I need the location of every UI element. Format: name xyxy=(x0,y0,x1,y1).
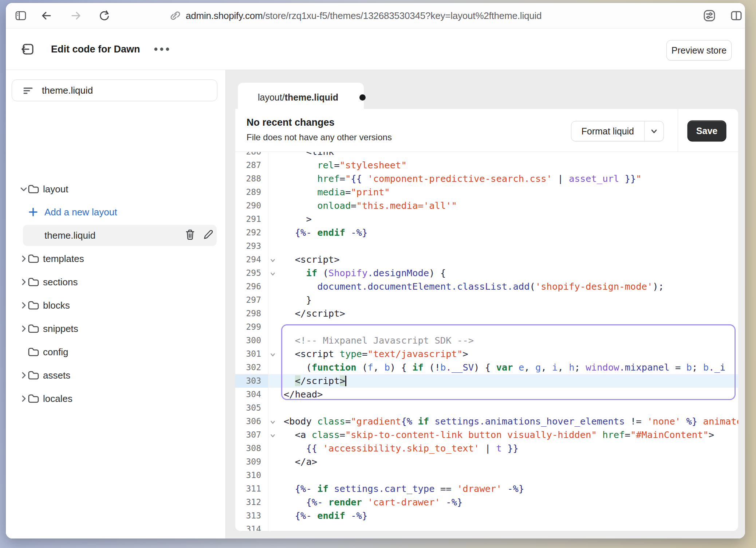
forward-icon[interactable] xyxy=(69,9,82,22)
code-line[interactable]: 304</head> xyxy=(235,388,738,401)
code-line[interactable]: 314 xyxy=(235,522,738,531)
code-line[interactable]: 312 {%- render 'cart-drawer' -%} xyxy=(235,496,738,509)
fold-chevron-icon[interactable] xyxy=(269,419,276,426)
code-line[interactable]: 306<body class="gradient{% if settings.a… xyxy=(235,415,738,428)
split-view-icon[interactable] xyxy=(729,8,744,23)
line-number-gutter: 286 xyxy=(235,152,268,158)
code-line-text: rel="stylesheet" xyxy=(284,158,407,172)
sidebar-item-config[interactable]: config xyxy=(6,340,226,364)
line-number: 292 xyxy=(246,226,261,239)
status-title: No recent changes xyxy=(247,117,335,128)
code-line[interactable]: 305 xyxy=(235,401,738,415)
sidebar-item-sections[interactable]: sections xyxy=(6,270,226,294)
sidebar-item-locales[interactable]: locales xyxy=(6,387,226,410)
line-number-gutter: 305 xyxy=(235,401,268,415)
content-area: theme.liquid layoutAdd a new layouttheme… xyxy=(6,70,745,539)
code-line[interactable]: 302 (function (f, b) { if (!b.__SV) { va… xyxy=(235,361,738,374)
sidebar-toggle-icon[interactable] xyxy=(14,9,27,22)
fold-chevron-icon[interactable] xyxy=(269,432,276,439)
code-line[interactable]: 288 href="{{ 'component-predictive-searc… xyxy=(235,172,738,185)
format-liquid-button[interactable]: Format liquid xyxy=(571,121,664,141)
save-button[interactable]: Save xyxy=(688,121,726,141)
line-number: 312 xyxy=(246,496,261,509)
fold-chevron-icon[interactable] xyxy=(269,270,276,278)
code-line[interactable]: 296 document.documentElement.classList.a… xyxy=(235,280,738,293)
line-number-gutter: 296 xyxy=(235,280,268,293)
code-line[interactable]: 301 <script type="text/javascript"> xyxy=(235,347,738,361)
line-number-gutter: 299 xyxy=(235,320,268,334)
folder-icon xyxy=(27,369,40,381)
more-actions-icon[interactable] xyxy=(153,46,170,52)
code-line[interactable]: 290 onload="this.media='all'" xyxy=(235,199,738,212)
code-line-text: </head> xyxy=(284,388,323,401)
tab-theme-liquid[interactable]: layout/theme.liquid xyxy=(238,83,364,111)
code-line[interactable]: 293 xyxy=(235,239,738,253)
code-line[interactable]: 297 } xyxy=(235,293,738,307)
delete-file-icon[interactable] xyxy=(184,228,196,242)
url-bar[interactable]: admin.shopify.com/store/rzq1xu-f5/themes… xyxy=(186,3,542,28)
code-line-text: {%- endif -%} xyxy=(284,509,367,522)
sidebar-item-layout[interactable]: layout xyxy=(6,177,226,201)
sidebar-item-theme-liquid[interactable]: theme.liquid xyxy=(6,224,226,247)
code-line[interactable]: 313 {%- endif -%} xyxy=(235,509,738,522)
rename-file-icon[interactable] xyxy=(202,228,214,242)
back-icon[interactable] xyxy=(40,9,53,22)
editor-card: No recent changes File does not have any… xyxy=(235,109,738,531)
chevron-down-icon[interactable] xyxy=(645,121,664,141)
code-line[interactable]: 295 if (Shopify.designMode) { xyxy=(235,266,738,280)
sidebar-item-templates[interactable]: templates xyxy=(6,247,226,270)
code-line-text: {%- if settings.cart_type == 'drawer' -%… xyxy=(284,482,524,496)
line-number-gutter: 304 xyxy=(235,388,268,401)
fold-chevron-icon[interactable] xyxy=(269,351,276,359)
line-number-gutter: 294 xyxy=(235,253,268,266)
code-editor[interactable]: 286 <link287 rel="stylesheet"288 href="{… xyxy=(235,152,738,531)
code-line[interactable]: 286 <link xyxy=(235,152,738,158)
code-line[interactable]: 287 rel="stylesheet" xyxy=(235,158,738,172)
sidebar-item-label: templates xyxy=(43,253,84,265)
code-line-text: <link xyxy=(284,152,334,158)
line-number: 295 xyxy=(246,266,261,280)
code-line[interactable]: 310 xyxy=(235,469,738,482)
preview-store-button[interactable]: Preview store xyxy=(666,40,732,60)
code-line[interactable]: 309 </a> xyxy=(235,455,738,469)
reload-icon[interactable] xyxy=(98,9,111,22)
code-line[interactable]: 300 <!-- Mixpanel Javascript SDK --> xyxy=(235,334,738,347)
line-number-gutter: 298 xyxy=(235,307,268,320)
code-line[interactable]: 307 <a class="skip-to-content-link butto… xyxy=(235,428,738,442)
fold-chevron-icon[interactable] xyxy=(269,257,276,264)
folder-icon xyxy=(27,323,40,334)
link-icon xyxy=(169,9,181,22)
editor-card-header: No recent changes File does not have any… xyxy=(235,109,738,152)
code-line[interactable]: 308 {{ 'accessibility.skip_to_text' | t … xyxy=(235,442,738,455)
line-number: 287 xyxy=(246,158,261,172)
line-number-gutter: 295 xyxy=(235,266,268,280)
code-line[interactable]: 289 media="print" xyxy=(235,185,738,199)
sidebar-item-add-a-new-layout[interactable]: Add a new layout xyxy=(6,200,226,224)
line-number-gutter: 314 xyxy=(235,522,268,531)
code-line-text: </script> xyxy=(284,374,346,388)
sidebar-item-snippets[interactable]: snippets xyxy=(6,317,226,340)
line-number: 311 xyxy=(246,482,261,496)
code-line[interactable]: 299 xyxy=(235,320,738,334)
folder-icon xyxy=(27,183,40,195)
sidebar-item-label: assets xyxy=(43,370,70,381)
line-number-gutter: 293 xyxy=(235,239,268,253)
code-line[interactable]: 292 {%- endif -%} xyxy=(235,226,738,239)
line-number-gutter: 292 xyxy=(235,226,268,239)
code-line[interactable]: 294 <script> xyxy=(235,253,738,266)
browser-settings-icon[interactable] xyxy=(702,8,717,23)
desktop-background: admin.shopify.com/store/rzq1xu-f5/themes… xyxy=(0,0,756,548)
code-line-text: {%- endif -%} xyxy=(284,226,367,239)
code-line-current[interactable]: 303 </script> xyxy=(235,374,738,388)
editor-pane: layout/theme.liquid No recent changes Fi… xyxy=(226,70,745,539)
code-line[interactable]: 291 > xyxy=(235,212,738,226)
line-number-gutter: 300 xyxy=(235,334,268,347)
browser-window: admin.shopify.com/store/rzq1xu-f5/themes… xyxy=(6,3,745,539)
code-line[interactable]: 298 </script> xyxy=(235,307,738,320)
sidebar-item-blocks[interactable]: blocks xyxy=(6,294,226,317)
code-line[interactable]: 311 {%- if settings.cart_type == 'drawer… xyxy=(235,482,738,496)
line-number: 306 xyxy=(246,415,261,428)
line-number: 299 xyxy=(246,320,261,334)
sidebar-item-assets[interactable]: assets xyxy=(6,364,226,387)
exit-editor-icon[interactable] xyxy=(20,41,36,57)
